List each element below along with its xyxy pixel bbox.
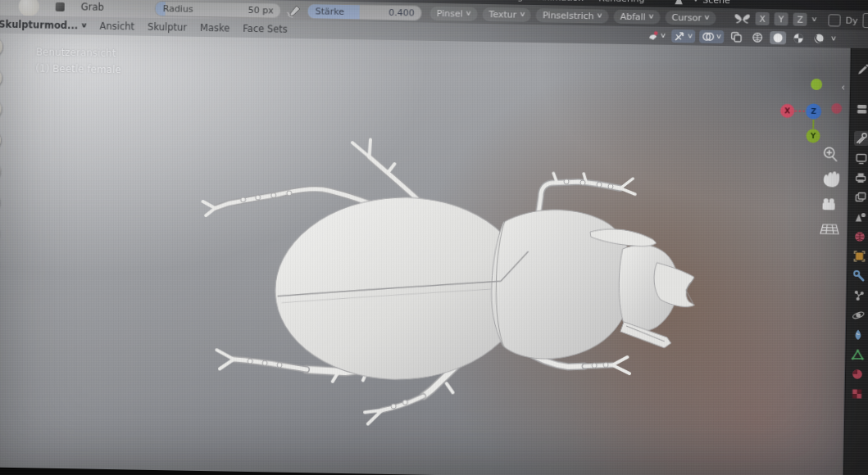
mode-selector[interactable]: Skulpturmod... ∨ [0, 19, 87, 32]
chevron-down-icon[interactable]: ∨ [830, 35, 837, 42]
pencil-icon[interactable] [855, 61, 868, 75]
properties-tab-modifiers[interactable] [852, 269, 866, 283]
texture-dropdown[interactable]: Textur ∨ [482, 7, 531, 21]
properties-tab-tool[interactable] [854, 131, 868, 146]
xray-toggle-icon[interactable] [728, 30, 745, 43]
properties-tab-physics[interactable] [851, 308, 866, 323]
brush-dropdown[interactable]: Pinsel ∨ [429, 6, 477, 20]
tab-animation[interactable]: Animation [530, 0, 591, 5]
dyntopo-label: Dy [845, 15, 857, 25]
properties-tab-scene[interactable] [852, 210, 867, 224]
scene-name: Scene [702, 0, 730, 6]
chevron-left-icon[interactable]: ‹ [841, 81, 845, 93]
view-label: Benutzeransicht [36, 43, 122, 61]
blender-window: UV Editing Texture Paint Shading Animati… [0, 0, 868, 475]
gizmo-toggle-icon[interactable]: ∨ [671, 29, 695, 43]
cursor-dropdown[interactable]: Cursor ∨ [665, 10, 716, 25]
shading-material-icon[interactable] [790, 31, 807, 44]
properties-tab-world[interactable] [852, 229, 867, 244]
strength-slider[interactable]: Stärke 0.400 [307, 3, 422, 20]
scene-selector[interactable]: ∨ Scene [673, 0, 730, 7]
remesh-icon[interactable] [862, 13, 868, 28]
sculpt-brush-icon[interactable] [0, 36, 2, 57]
stroke-dropdown[interactable]: Pinselstrich ∨ [536, 8, 609, 24]
symmetry-y-button[interactable]: Y [775, 12, 788, 25]
sculpt-toolbar [0, 33, 7, 467]
viewport-3d[interactable]: Benutzeransicht (1) Beetle female [0, 34, 868, 475]
photographed-monitor: UV Editing Texture Paint Shading Animati… [0, 0, 868, 475]
active-tool-name: Grab [81, 1, 104, 12]
shading-rendered-icon[interactable] [811, 32, 827, 45]
overlays-icon[interactable]: ∨ [699, 30, 724, 44]
chevron-down-icon: ∨ [80, 22, 88, 29]
falloff-dropdown[interactable]: Abfall ∨ [613, 9, 660, 24]
menu-face-sets[interactable]: Face Sets [243, 23, 288, 35]
properties-tab-view-layer[interactable] [853, 190, 868, 205]
properties-tab-object[interactable] [852, 249, 866, 264]
shading-solid-icon[interactable] [770, 31, 786, 44]
chevron-down-icon[interactable]: ∨ [811, 16, 817, 23]
chevron-down-icon: ∨ [465, 11, 471, 17]
symmetry-z-button[interactable]: Z [793, 13, 807, 26]
brush-type-icon[interactable] [56, 2, 65, 11]
chevron-down-icon: ∨ [693, 0, 699, 3]
object-label: (1) Beetle female [35, 60, 121, 78]
sculpt-brush-icon[interactable] [0, 98, 2, 119]
viewport-info-text: Benutzeransicht (1) Beetle female [35, 43, 121, 78]
sculpt-brush-icon[interactable] [0, 67, 2, 88]
properties-tab-texture[interactable] [849, 387, 864, 401]
brush-preview-icon[interactable] [19, 0, 39, 16]
pivot-point-icon[interactable]: ∨ [644, 29, 668, 43]
shading-wireframe-icon[interactable] [749, 31, 766, 44]
chevron-down-icon: ∨ [519, 11, 525, 18]
properties-tab-material[interactable] [850, 367, 865, 382]
tab-shading[interactable]: Shading [479, 0, 530, 3]
symmetry-butterfly-icon [734, 11, 751, 25]
properties-tab-particles[interactable] [852, 288, 866, 303]
scene-icon [673, 0, 689, 7]
dyntopo-checkbox[interactable] [828, 14, 840, 26]
menu-ansicht[interactable]: Ansicht [100, 20, 135, 33]
properties-tab-output[interactable] [853, 170, 868, 185]
stylus-pressure-icon[interactable] [286, 3, 302, 18]
properties-tab-object-data[interactable] [850, 347, 865, 362]
properties-tab-constraints[interactable] [851, 328, 866, 342]
tab-rendering[interactable]: Rendering [591, 0, 652, 6]
menu-maske[interactable]: Maske [200, 22, 230, 34]
chevron-down-icon: ∨ [648, 13, 655, 20]
sculpt-brush-icon[interactable] [0, 129, 1, 150]
editor-type-icon[interactable] [855, 102, 868, 116]
symmetry-x-button[interactable]: X [756, 12, 770, 25]
chevron-down-icon: ∨ [596, 12, 602, 19]
properties-tab-render[interactable] [853, 151, 868, 165]
radius-slider[interactable]: Radius 50 px [155, 0, 281, 18]
menu-skulptur[interactable]: Skulptur [148, 21, 187, 34]
chevron-down-icon: ∨ [704, 15, 711, 21]
